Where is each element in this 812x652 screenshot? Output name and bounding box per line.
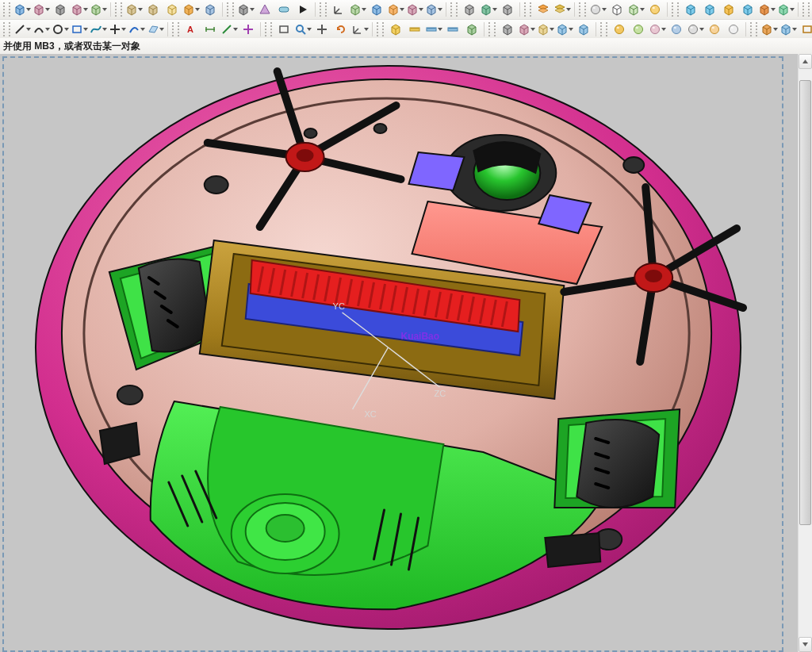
wave-icon[interactable] [798, 21, 812, 38]
toolbar-grip[interactable] [802, 2, 810, 17]
view-style4-icon[interactable] [667, 21, 686, 38]
pattern-comp-icon[interactable] [424, 1, 443, 18]
toolbar-grip[interactable] [750, 22, 757, 36]
shaded-icon[interactable] [645, 1, 665, 18]
more-feature1-icon[interactable] [236, 1, 255, 18]
show-hide2-icon[interactable] [479, 1, 498, 18]
view-style7-icon[interactable] [724, 21, 743, 38]
mold-tool3-icon[interactable] [719, 1, 738, 18]
toolbar-grip[interactable] [3, 22, 10, 36]
toolbar-grip[interactable] [579, 2, 586, 17]
toolbar-grip[interactable] [320, 2, 327, 17]
line-icon[interactable] [13, 21, 32, 38]
mold-tool6-icon[interactable] [776, 1, 795, 18]
draft-icon[interactable] [163, 1, 182, 18]
revolve-icon[interactable] [32, 1, 51, 18]
pattern-icon[interactable] [201, 1, 220, 18]
analysis3-icon[interactable] [536, 21, 555, 38]
unite-icon[interactable] [89, 1, 108, 18]
more-feature3-icon[interactable] [274, 1, 293, 18]
layer-visible-icon[interactable] [553, 1, 572, 18]
add-comp-icon[interactable] [367, 1, 386, 18]
move-comp-icon[interactable] [405, 1, 424, 18]
scroll-up-button[interactable] [799, 54, 812, 69]
view-style3-icon[interactable] [648, 21, 667, 38]
mold-tool1-icon[interactable] [681, 1, 700, 18]
toolbar-grip[interactable] [600, 22, 607, 36]
pan-icon[interactable] [312, 21, 331, 38]
more-feature2-icon[interactable] [255, 1, 274, 18]
play-icon[interactable] [293, 1, 312, 18]
circle-icon[interactable] [51, 21, 70, 38]
extrude-icon[interactable] [13, 1, 32, 18]
toolbar-grip[interactable] [524, 2, 531, 17]
zoom-icon[interactable] [293, 21, 312, 38]
toolbar-grip[interactable] [377, 22, 384, 36]
assembly-icon[interactable] [348, 1, 367, 18]
section-icon[interactable] [462, 21, 481, 38]
color2-icon[interactable] [779, 21, 798, 38]
spline-icon[interactable] [89, 21, 108, 38]
watermark-text: KuaiBao [400, 331, 439, 342]
toolbar-separator [222, 2, 223, 17]
plane-icon[interactable] [146, 21, 165, 38]
measure2-icon[interactable] [424, 21, 443, 38]
toolbar-separator [260, 22, 261, 36]
view-style1-icon[interactable] [610, 21, 629, 38]
measure3-icon[interactable] [443, 21, 462, 38]
trim-icon[interactable] [239, 21, 258, 38]
toolbar-grip[interactable] [3, 2, 10, 17]
edit-curve-icon[interactable] [220, 21, 239, 38]
view-style6-icon[interactable] [705, 21, 724, 38]
scroll-track[interactable] [799, 69, 812, 637]
vertical-scrollbar[interactable] [798, 54, 812, 652]
toolbar-grip[interactable] [115, 2, 122, 17]
shell-icon[interactable] [182, 1, 201, 18]
chamfer-icon[interactable] [144, 1, 163, 18]
show-hide3-icon[interactable] [498, 1, 517, 18]
analysis1-icon[interactable] [498, 21, 517, 38]
analysis5-icon[interactable] [574, 21, 593, 38]
subtract-icon[interactable] [70, 1, 89, 18]
graphics-viewport[interactable]: XC YC ZC KuaiBao [0, 54, 798, 652]
mold-tool5-icon[interactable] [757, 1, 776, 18]
toolbar-grip[interactable] [227, 2, 234, 17]
view-style5-icon[interactable] [686, 21, 705, 38]
wireframe-icon[interactable] [607, 1, 626, 18]
mold-tool4-icon[interactable] [738, 1, 757, 18]
mold-tool2-icon[interactable] [700, 1, 719, 18]
move-obj-icon[interactable] [386, 21, 405, 38]
toolbar-grip[interactable] [265, 22, 272, 36]
constraint-icon[interactable] [386, 1, 405, 18]
sketch-curve-icon[interactable] [127, 21, 146, 38]
layer-icon[interactable] [534, 1, 553, 18]
toolbar-grip[interactable] [172, 22, 179, 36]
svg-text:A: A [187, 25, 193, 34]
fit-icon[interactable] [274, 21, 293, 38]
edge-blend-icon[interactable] [124, 1, 144, 18]
toolbar-grip[interactable] [450, 2, 458, 17]
text-icon[interactable]: A [182, 21, 201, 38]
color1-icon[interactable] [760, 21, 779, 38]
scroll-thumb[interactable] [799, 80, 811, 524]
point-icon[interactable] [108, 21, 127, 38]
toolbar-grip[interactable] [488, 22, 496, 36]
analysis2-icon[interactable] [517, 21, 536, 38]
rect-icon[interactable] [70, 21, 89, 38]
toolbar-row-1 [0, 0, 812, 20]
show-hide1-icon[interactable] [460, 1, 479, 18]
analysis4-icon[interactable] [555, 21, 574, 38]
toolbar-grip[interactable] [672, 2, 679, 17]
csys-icon[interactable] [329, 1, 348, 18]
rotate-icon[interactable] [331, 21, 350, 38]
view-style2-icon[interactable] [629, 21, 648, 38]
orient-icon[interactable] [350, 21, 370, 38]
arc-icon[interactable] [32, 21, 51, 38]
measure1-icon[interactable] [405, 21, 424, 38]
face-edges-icon[interactable] [626, 1, 645, 18]
scroll-down-button[interactable] [799, 637, 812, 652]
hole-icon[interactable] [51, 1, 70, 18]
svg-point-28 [691, 27, 693, 29]
render-style-icon[interactable] [588, 1, 607, 18]
dim-icon[interactable] [201, 21, 220, 38]
